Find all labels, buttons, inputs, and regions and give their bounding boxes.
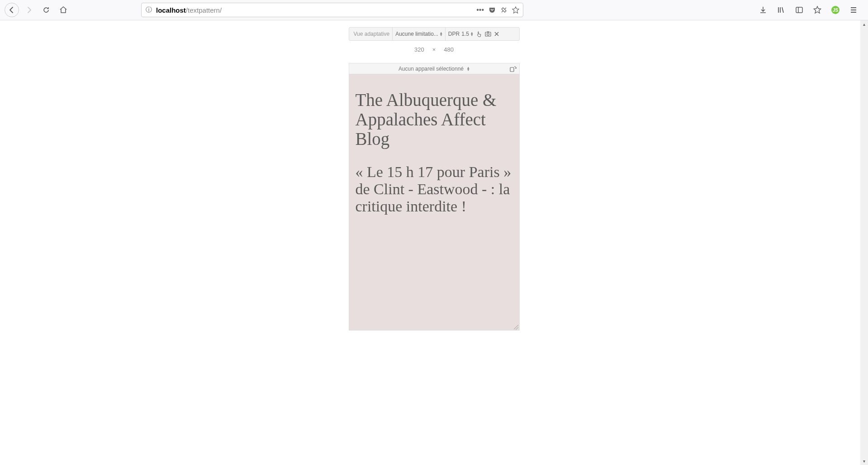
touch-simulation-icon[interactable] <box>476 31 485 37</box>
resize-handle-icon[interactable] <box>513 324 518 329</box>
url-bar[interactable]: ⓘ localhost/textpattern/ ••• <box>141 3 523 17</box>
device-frame: Aucun appareil sélectionné ▴▾ The Albuqu… <box>349 63 520 331</box>
bookmark-star-icon[interactable] <box>512 6 519 14</box>
home-button[interactable] <box>56 3 71 17</box>
scroll-up-icon[interactable]: ▴ <box>860 20 868 28</box>
svg-rect-4 <box>487 32 489 33</box>
url-host: localhost <box>156 6 186 14</box>
dropdown-arrows-icon: ▴▾ <box>440 32 442 36</box>
svg-rect-5 <box>510 67 514 72</box>
svg-rect-0 <box>796 7 802 13</box>
screenshot-icon[interactable] <box>485 31 494 37</box>
rdm-throttle-select[interactable]: Aucune limitatio... ▴▾ <box>393 28 446 40</box>
bookmark-star-toolbar-icon[interactable] <box>811 4 824 16</box>
library-icon[interactable] <box>775 4 787 16</box>
device-selector[interactable]: Aucun appareil sélectionné ▴▾ <box>349 63 520 74</box>
rdm-width[interactable]: 320 <box>414 46 424 53</box>
browser-toolbar: ⓘ localhost/textpattern/ ••• <box>0 0 868 20</box>
rdm-view-mode[interactable]: Vue adaptative <box>351 28 393 40</box>
url-path: /textpattern/ <box>186 6 222 14</box>
article-title: « Le 15 h 17 pour Paris » de Clint - Eas… <box>356 163 513 215</box>
url-text: localhost/textpattern/ <box>156 6 473 14</box>
rdm-dpr-select[interactable]: DPR 1.5 ▴▾ <box>446 28 476 40</box>
vertical-scrollbar[interactable]: ▴ ▾ <box>860 20 868 465</box>
scroll-down-icon[interactable]: ▾ <box>860 457 868 465</box>
rdm-dpr-value: 1.5 <box>461 31 469 37</box>
svg-point-3 <box>487 33 489 35</box>
responsive-design-toolbar: Vue adaptative Aucune limitatio... ▴▾ DP… <box>349 27 520 41</box>
site-info-icon[interactable]: ⓘ <box>145 6 152 14</box>
javascript-toggle-icon[interactable]: JS <box>829 4 842 16</box>
device-viewport[interactable]: The Albuquerque & Appalaches Affect Blog… <box>349 74 520 331</box>
sidebar-icon[interactable] <box>793 4 806 16</box>
pocket-icon[interactable] <box>489 6 496 14</box>
reload-button[interactable] <box>39 3 53 17</box>
dropdown-arrows-icon: ▴▾ <box>471 32 473 36</box>
rdm-dimensions: 320 × 480 <box>349 46 520 53</box>
page-actions-icon[interactable]: ••• <box>476 6 484 14</box>
svg-rect-2 <box>485 32 491 36</box>
content-area: ▴ ▾ Vue adaptative Aucune limitatio... ▴… <box>0 20 868 465</box>
rdm-throttle-label: Aucune limitatio... <box>395 31 438 37</box>
rdm-view-mode-label: Vue adaptative <box>354 31 390 37</box>
rdm-dim-separator: × <box>432 46 436 53</box>
page-content: The Albuquerque & Appalaches Affect Blog… <box>349 74 519 221</box>
rotate-device-icon[interactable] <box>509 65 517 72</box>
back-button[interactable] <box>5 3 19 17</box>
blog-title: The Albuquerque & Appalaches Affect Blog <box>356 91 513 149</box>
forward-button[interactable] <box>22 3 36 17</box>
close-rdm-icon[interactable] <box>494 31 503 37</box>
dropdown-arrows-icon: ▴▾ <box>467 67 470 71</box>
devtools-icon[interactable] <box>500 6 508 14</box>
downloads-icon[interactable] <box>757 4 769 16</box>
menu-icon[interactable] <box>847 4 860 16</box>
rdm-dpr-label: DPR <box>448 31 460 37</box>
rdm-height[interactable]: 480 <box>444 46 454 53</box>
device-selector-label: Aucun appareil sélectionné <box>398 66 464 72</box>
